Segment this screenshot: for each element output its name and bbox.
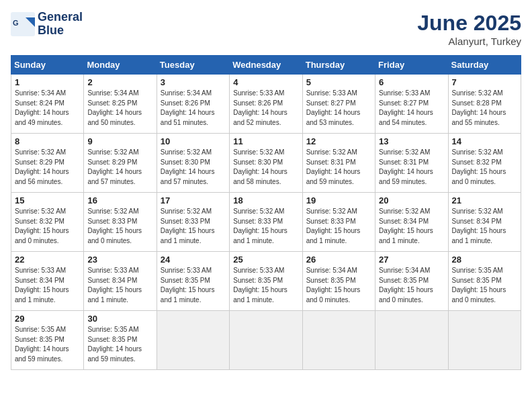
day-info: Sunrise: 5:33 AM Sunset: 8:27 PM Dayligh… xyxy=(379,89,444,128)
month-title: June 2025 xyxy=(417,11,521,36)
title-block: June 2025 Alanyurt, Turkey xyxy=(417,11,521,47)
col-header-friday: Friday xyxy=(375,56,448,75)
day-number: 3 xyxy=(161,77,226,87)
calendar-week-row: 29Sunrise: 5:35 AM Sunset: 8:35 PM Dayli… xyxy=(11,311,521,370)
day-number: 5 xyxy=(306,77,371,87)
calendar-cell: 7Sunrise: 5:32 AM Sunset: 8:28 PM Daylig… xyxy=(448,75,521,134)
day-number: 11 xyxy=(233,136,298,146)
day-info: Sunrise: 5:32 AM Sunset: 8:33 PM Dayligh… xyxy=(233,207,298,246)
calendar-cell: 24Sunrise: 5:33 AM Sunset: 8:35 PM Dayli… xyxy=(157,252,229,311)
page-header: G General Blue June 2025 Alanyurt, Turke… xyxy=(11,11,521,47)
calendar-cell: 15Sunrise: 5:32 AM Sunset: 8:32 PM Dayli… xyxy=(11,193,84,252)
calendar-cell: 30Sunrise: 5:35 AM Sunset: 8:35 PM Dayli… xyxy=(84,311,157,370)
day-info: Sunrise: 5:32 AM Sunset: 8:31 PM Dayligh… xyxy=(379,148,444,187)
day-number: 21 xyxy=(452,195,517,205)
day-number: 27 xyxy=(379,255,444,265)
calendar-cell: 26Sunrise: 5:34 AM Sunset: 8:35 PM Dayli… xyxy=(302,252,375,311)
logo-line2: Blue xyxy=(38,24,83,38)
day-number: 7 xyxy=(452,77,517,87)
day-number: 22 xyxy=(15,255,80,265)
calendar-cell: 3Sunrise: 5:34 AM Sunset: 8:26 PM Daylig… xyxy=(157,75,229,134)
day-info: Sunrise: 5:32 AM Sunset: 8:30 PM Dayligh… xyxy=(233,148,298,187)
day-number: 9 xyxy=(87,136,152,146)
logo-line1: General xyxy=(38,11,83,24)
day-info: Sunrise: 5:32 AM Sunset: 8:33 PM Dayligh… xyxy=(306,207,371,246)
day-number: 6 xyxy=(379,77,444,87)
calendar-table: SundayMondayTuesdayWednesdayThursdayFrid… xyxy=(11,55,521,370)
calendar-cell: 12Sunrise: 5:32 AM Sunset: 8:31 PM Dayli… xyxy=(302,134,375,193)
logo-icon: G xyxy=(11,12,35,36)
day-info: Sunrise: 5:32 AM Sunset: 8:29 PM Dayligh… xyxy=(15,148,80,187)
day-number: 8 xyxy=(15,136,80,146)
day-info: Sunrise: 5:32 AM Sunset: 8:29 PM Dayligh… xyxy=(87,148,152,187)
day-info: Sunrise: 5:34 AM Sunset: 8:24 PM Dayligh… xyxy=(15,89,80,128)
calendar-cell: 9Sunrise: 5:32 AM Sunset: 8:29 PM Daylig… xyxy=(84,134,157,193)
calendar-cell: 18Sunrise: 5:32 AM Sunset: 8:33 PM Dayli… xyxy=(230,193,302,252)
day-number: 16 xyxy=(87,195,152,205)
day-info: Sunrise: 5:32 AM Sunset: 8:34 PM Dayligh… xyxy=(452,207,517,246)
calendar-cell: 27Sunrise: 5:34 AM Sunset: 8:35 PM Dayli… xyxy=(375,252,448,311)
calendar-cell xyxy=(448,311,521,370)
day-number: 2 xyxy=(87,77,152,87)
day-info: Sunrise: 5:32 AM Sunset: 8:32 PM Dayligh… xyxy=(452,148,517,187)
day-info: Sunrise: 5:32 AM Sunset: 8:30 PM Dayligh… xyxy=(161,148,226,187)
day-number: 17 xyxy=(161,195,226,205)
day-info: Sunrise: 5:34 AM Sunset: 8:25 PM Dayligh… xyxy=(87,89,152,128)
day-info: Sunrise: 5:33 AM Sunset: 8:34 PM Dayligh… xyxy=(15,266,80,305)
calendar-cell: 23Sunrise: 5:33 AM Sunset: 8:34 PM Dayli… xyxy=(84,252,157,311)
day-number: 12 xyxy=(306,136,371,146)
calendar-header-row: SundayMondayTuesdayWednesdayThursdayFrid… xyxy=(11,56,521,75)
day-number: 26 xyxy=(306,255,371,265)
calendar-cell xyxy=(302,311,375,370)
day-info: Sunrise: 5:33 AM Sunset: 8:26 PM Dayligh… xyxy=(233,89,298,128)
calendar-cell: 19Sunrise: 5:32 AM Sunset: 8:33 PM Dayli… xyxy=(302,193,375,252)
day-info: Sunrise: 5:35 AM Sunset: 8:35 PM Dayligh… xyxy=(452,266,517,305)
calendar-cell: 11Sunrise: 5:32 AM Sunset: 8:30 PM Dayli… xyxy=(230,134,302,193)
day-info: Sunrise: 5:33 AM Sunset: 8:35 PM Dayligh… xyxy=(233,266,298,305)
day-info: Sunrise: 5:32 AM Sunset: 8:33 PM Dayligh… xyxy=(161,207,226,246)
calendar-cell: 10Sunrise: 5:32 AM Sunset: 8:30 PM Dayli… xyxy=(157,134,229,193)
calendar-body: 1Sunrise: 5:34 AM Sunset: 8:24 PM Daylig… xyxy=(11,75,521,370)
calendar-cell: 2Sunrise: 5:34 AM Sunset: 8:25 PM Daylig… xyxy=(84,75,157,134)
day-number: 10 xyxy=(161,136,226,146)
calendar-cell: 5Sunrise: 5:33 AM Sunset: 8:27 PM Daylig… xyxy=(302,75,375,134)
day-info: Sunrise: 5:34 AM Sunset: 8:35 PM Dayligh… xyxy=(306,266,371,305)
col-header-monday: Monday xyxy=(84,56,157,75)
day-info: Sunrise: 5:32 AM Sunset: 8:34 PM Dayligh… xyxy=(379,207,444,246)
day-number: 25 xyxy=(233,255,298,265)
logo-text: General Blue xyxy=(38,11,83,38)
calendar-week-row: 22Sunrise: 5:33 AM Sunset: 8:34 PM Dayli… xyxy=(11,252,521,311)
day-number: 20 xyxy=(379,195,444,205)
day-number: 14 xyxy=(452,136,517,146)
col-header-tuesday: Tuesday xyxy=(157,56,229,75)
calendar-cell: 8Sunrise: 5:32 AM Sunset: 8:29 PM Daylig… xyxy=(11,134,84,193)
day-info: Sunrise: 5:33 AM Sunset: 8:27 PM Dayligh… xyxy=(306,89,371,128)
day-info: Sunrise: 5:34 AM Sunset: 8:35 PM Dayligh… xyxy=(379,266,444,305)
day-number: 13 xyxy=(379,136,444,146)
location: Alanyurt, Turkey xyxy=(417,36,521,47)
calendar-cell: 21Sunrise: 5:32 AM Sunset: 8:34 PM Dayli… xyxy=(448,193,521,252)
svg-text:G: G xyxy=(13,19,19,27)
col-header-sunday: Sunday xyxy=(11,56,84,75)
day-number: 1 xyxy=(15,77,80,87)
day-number: 23 xyxy=(87,255,152,265)
day-info: Sunrise: 5:33 AM Sunset: 8:35 PM Dayligh… xyxy=(161,266,226,305)
calendar-cell: 25Sunrise: 5:33 AM Sunset: 8:35 PM Dayli… xyxy=(230,252,302,311)
day-number: 4 xyxy=(233,77,298,87)
day-number: 18 xyxy=(233,195,298,205)
day-info: Sunrise: 5:32 AM Sunset: 8:31 PM Dayligh… xyxy=(306,148,371,187)
calendar-cell: 1Sunrise: 5:34 AM Sunset: 8:24 PM Daylig… xyxy=(11,75,84,134)
calendar-cell: 20Sunrise: 5:32 AM Sunset: 8:34 PM Dayli… xyxy=(375,193,448,252)
calendar-cell xyxy=(230,311,302,370)
calendar-cell: 22Sunrise: 5:33 AM Sunset: 8:34 PM Dayli… xyxy=(11,252,84,311)
day-info: Sunrise: 5:34 AM Sunset: 8:26 PM Dayligh… xyxy=(161,89,226,128)
calendar-cell: 16Sunrise: 5:32 AM Sunset: 8:33 PM Dayli… xyxy=(84,193,157,252)
day-number: 29 xyxy=(15,314,80,324)
day-number: 19 xyxy=(306,195,371,205)
day-number: 30 xyxy=(87,314,152,324)
calendar-week-row: 8Sunrise: 5:32 AM Sunset: 8:29 PM Daylig… xyxy=(11,134,521,193)
col-header-wednesday: Wednesday xyxy=(230,56,302,75)
day-info: Sunrise: 5:32 AM Sunset: 8:32 PM Dayligh… xyxy=(15,207,80,246)
day-number: 24 xyxy=(161,255,226,265)
calendar-week-row: 15Sunrise: 5:32 AM Sunset: 8:32 PM Dayli… xyxy=(11,193,521,252)
